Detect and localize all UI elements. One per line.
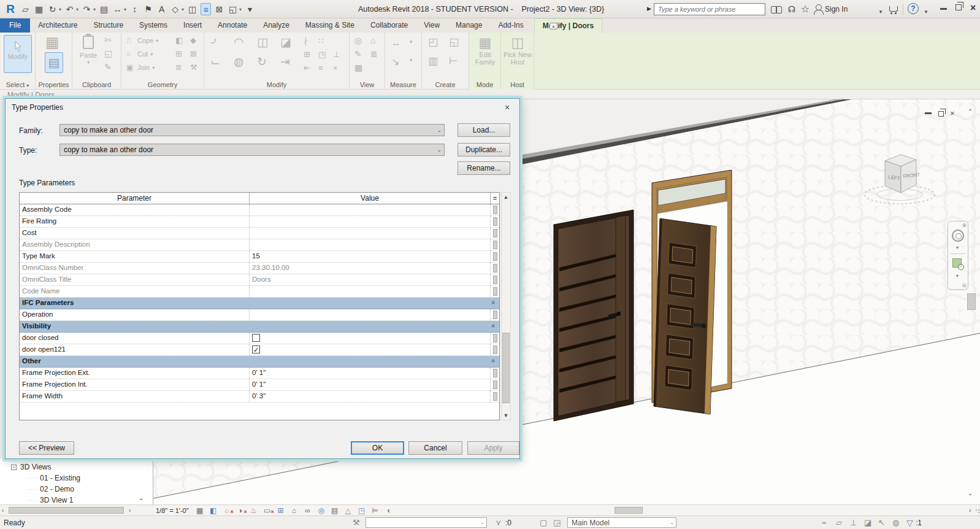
parameter-checkbox[interactable] [252, 334, 260, 342]
browser-item-3d-views[interactable]: −3D Views [11, 461, 51, 473]
detail-level-icon[interactable]: ▦ [195, 506, 205, 515]
revit-logo[interactable]: R [4, 3, 17, 15]
value-column-header[interactable]: Value [250, 193, 491, 204]
edit-design-option-icon[interactable]: ◲ [553, 518, 561, 527]
sign-in-dropdown-icon[interactable]: ▾ [875, 6, 887, 17]
filter-icon[interactable]: ▽ [906, 518, 913, 528]
view-scroll-down-icon[interactable]: ⌄ [968, 490, 973, 496]
move-icon[interactable]: ⌙ [210, 55, 220, 69]
rotate-icon[interactable]: ↻ [257, 55, 267, 69]
family-combo[interactable]: copy to make an other door ⌄ [59, 124, 445, 136]
properties-button[interactable]: ▤ [45, 52, 63, 73]
type-combo-arrow-icon[interactable]: ⌄ [437, 147, 442, 153]
aligned-dimension-icon[interactable]: ↕ [129, 3, 140, 15]
formula-slider-thumb[interactable] [493, 229, 497, 237]
tab-collaborate[interactable]: Collaborate [362, 18, 416, 33]
search-expand-icon[interactable]: ▶ [647, 6, 651, 12]
save-icon[interactable]: ▦ [34, 3, 44, 15]
parameter-row[interactable]: Cost [20, 228, 499, 239]
browser-horizontal-scrollbar[interactable]: ‹ › [0, 504, 153, 515]
redo-icon[interactable]: ↷ [82, 3, 92, 15]
formula-slider-thumb[interactable] [493, 276, 497, 284]
parameter-value[interactable]: ✓ [250, 344, 491, 355]
wall-joins-icon[interactable]: ⊞ [175, 49, 182, 58]
sign-in-label[interactable]: Sign In [825, 5, 848, 14]
collapse-chevron-icon[interactable]: « [490, 359, 497, 363]
tab-annotate[interactable]: Annotate [210, 18, 255, 33]
copy-icon[interactable]: ◱ [104, 48, 112, 58]
panel-view-label[interactable]: View [350, 81, 385, 88]
parameter-row[interactable]: Fire Rating [20, 216, 499, 228]
dimension-icon[interactable]: ↘ [391, 56, 399, 68]
door-closed[interactable] [554, 210, 634, 421]
parameter-row[interactable]: OmniClass Number23.30.10.00 [20, 263, 499, 274]
family-types-icon[interactable]: ▦ [45, 34, 59, 51]
formula-slider-thumb[interactable] [493, 241, 497, 249]
family-combo-arrow-icon[interactable]: ⌄ [437, 127, 442, 133]
displace-elements-icon[interactable]: ▩ [354, 63, 362, 72]
temporary-hide-isolate-icon[interactable]: ∞ [303, 506, 313, 515]
formula-slider-thumb[interactable] [493, 287, 497, 296]
panel-clipboard-label[interactable]: Clipboard [72, 81, 121, 88]
dialog-scroll-up-icon[interactable]: ▲ [502, 194, 510, 200]
paint-icon[interactable]: ◧ [175, 36, 183, 45]
parameter-row[interactable]: Type Mark15 [20, 251, 499, 263]
beam-joins-icon[interactable]: ⊠ [190, 49, 197, 58]
navbar-close-icon[interactable]: ⊗ [962, 222, 967, 228]
dropdown-arrow-icon[interactable]: ▾ [239, 7, 242, 12]
editing-requests-icon[interactable]: ⋎ [496, 518, 502, 527]
shadows-icon[interactable]: ◑ [235, 506, 245, 515]
ok-button[interactable]: OK [351, 441, 404, 455]
mirror-pick-axis-icon[interactable]: ◫ [257, 35, 268, 49]
join-button[interactable]: ▣ Join ▾ [126, 63, 155, 72]
linework-icon[interactable]: ✎ [354, 49, 362, 59]
parameter-row[interactable]: OmniClass TitleDoors [20, 274, 499, 286]
create-assembly-icon[interactable]: ▥ [428, 55, 438, 68]
tab-view[interactable]: View [416, 18, 448, 33]
browser-item-02-demo[interactable]: ····02 - Demo [28, 484, 74, 495]
panel-mode-label[interactable]: Mode [469, 81, 500, 88]
paste-button[interactable]: Paste ▾ [77, 36, 99, 66]
split-face-icon[interactable]: ≣ [175, 63, 182, 72]
formula-slider-thumb[interactable] [493, 252, 497, 261]
panel-toggle-arrow-icon[interactable]: ▾ [559, 23, 562, 29]
select-dropdown-icon[interactable]: ▾ [26, 83, 29, 88]
tree-expander-icon[interactable]: − [11, 465, 17, 470]
formula-slider-thumb[interactable] [493, 311, 497, 319]
undo-icon[interactable]: ↶ [64, 3, 75, 15]
mirror-draw-axis-icon[interactable]: ◪ [280, 35, 291, 49]
help-icon[interactable]: ? [908, 3, 919, 14]
print-icon[interactable]: ▤ [99, 3, 109, 15]
section-header-row[interactable]: IFC Parameters« [20, 298, 499, 309]
locked-3d-view-icon[interactable]: ⌂ [289, 506, 299, 515]
preview-button[interactable]: << Preview [19, 441, 74, 455]
cut-profile-icon[interactable]: ≣ [370, 49, 378, 59]
ribbon-display-toggle[interactable]: ▲ ▾ [549, 21, 568, 31]
help-search-input[interactable] [654, 4, 765, 15]
pick-new-host-button[interactable]: ◫ Pick New Host [503, 35, 532, 66]
align-multiple-icon[interactable]: ≡ [318, 63, 323, 72]
dialog-title-bar[interactable]: Type Properties [6, 99, 519, 116]
close-button[interactable]: × [970, 2, 976, 14]
parameter-value[interactable]: Doors [250, 274, 491, 285]
parameter-value[interactable]: 23.30.10.00 [250, 263, 491, 274]
modify-tool-button[interactable]: Modify [4, 35, 32, 73]
select-links-icon[interactable]: ⌁ [822, 518, 827, 527]
view-window-restore-icon[interactable] [938, 111, 944, 117]
panel-measure-label[interactable]: Measure [385, 81, 421, 88]
parameter-value[interactable]: 0' 1" [250, 379, 491, 390]
dialog-scrollbar-thumb[interactable] [502, 333, 510, 403]
default-3d-view-icon[interactable]: ◇ [170, 3, 180, 15]
parameter-value[interactable] [250, 309, 491, 320]
formula-slider-thumb[interactable] [493, 334, 497, 342]
displacement-sets-icon[interactable]: ◳ [357, 506, 367, 515]
view-scroll-up-icon[interactable]: ⌃ [968, 108, 973, 115]
rename-button[interactable]: Rename... [457, 161, 510, 175]
array-icon[interactable]: ⊞ [304, 50, 310, 59]
panel-host-label[interactable]: Host [501, 81, 534, 88]
parameter-value[interactable] [250, 286, 491, 297]
dialog-scroll-down-icon[interactable]: ▼ [502, 412, 510, 419]
favorites-star-icon[interactable]: ☆ [799, 4, 811, 15]
collapse-icon[interactable]: ‹ [384, 506, 394, 515]
design-option-combo-arrow-icon[interactable]: ⌄ [670, 520, 674, 525]
